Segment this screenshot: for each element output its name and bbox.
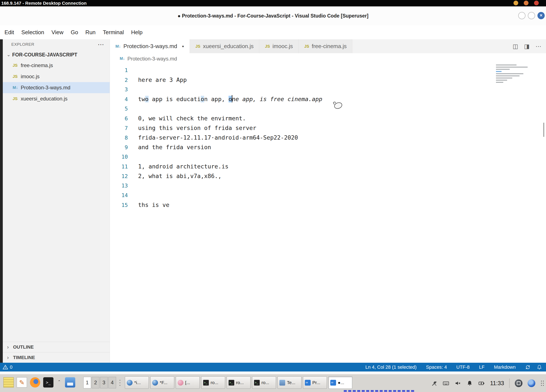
rdp-maximize-button[interactable] [524,1,528,5]
launcher-icons: ✎ >_ ˆ [3,377,75,387]
line-number: 1 [110,65,128,75]
editor-line[interactable]: 2here are 3 App [110,75,546,85]
volume-muted-icon[interactable] [455,380,461,386]
file-xueersi_education.js[interactable]: JSxueersi_education.js [3,93,110,104]
window-button-8[interactable]: ●... [328,376,352,389]
workspace-3[interactable]: 3 [100,377,108,388]
file-Protection-3-ways.md[interactable]: M↓Protection-3-ways.md [3,82,110,93]
scrollbar-thumb[interactable] [543,123,544,137]
line-number: 2 [110,75,128,85]
editor-line[interactable]: 8frida-server-12.11.17·android-arm64-Sep… [110,133,546,142]
window-button-1[interactable]: *F... [150,376,174,389]
window-close-button[interactable]: × [537,12,545,19]
show-desktop-handle[interactable] [540,380,544,386]
window-button-3[interactable]: ro... [201,376,225,389]
panel-handle[interactable] [119,379,121,387]
editor-line[interactable]: 111, android architecture.is [110,161,546,171]
firefox-icon[interactable] [30,377,40,387]
javascript-icon: JS [13,74,21,79]
overflow-text-artifact [344,390,414,392]
editor-line[interactable]: 60, we will check the envirment. [110,114,546,123]
window-button-7[interactable]: Pr... [303,376,327,389]
window-button-6[interactable]: Te... [278,376,301,389]
encoding[interactable]: UTF-8 [456,364,470,370]
tab-free-cinema.js[interactable]: JSfree-cinema.js [299,39,352,53]
window-button-4[interactable]: ro... [227,376,251,389]
editor-group: M↓Protection-3-ways.md●JSxueersi_educati… [110,39,546,363]
javascript-icon: JS [13,96,21,101]
eol-sequence[interactable]: LF [479,364,485,370]
breadcrumb-item[interactable]: Protection-3-ways.md [127,56,177,62]
menu-run[interactable]: Run [82,25,99,39]
editor-line[interactable]: 13 [110,181,546,190]
editor-layout-icon[interactable]: ◨ [524,43,530,50]
line-text: frida-server-12.11.17·android-arm64-Sep2… [138,133,298,142]
activity-bar[interactable] [0,39,3,363]
editor-line[interactable]: 3 [110,85,546,94]
window-button-2[interactable]: [... [176,376,200,389]
explorer-actions-button[interactable]: ⋯ [98,42,104,47]
bell-icon[interactable] [467,380,473,386]
text-editor-icon[interactable]: ✎ [17,377,27,387]
editor-content[interactable]: 12here are 3 App34two app is education a… [110,64,546,363]
rdp-close-button[interactable] [534,1,539,5]
clock[interactable]: 11:33 [490,380,504,387]
indentation[interactable]: Spaces: 4 [426,364,447,370]
tab-imooc.js[interactable]: JSimooc.js [259,39,299,53]
terminal-icon[interactable]: >_ [43,377,53,387]
browser-icon[interactable] [528,379,535,387]
window-button-5[interactable]: ro... [252,376,276,389]
menu-go[interactable]: Go [67,25,82,39]
editor-line[interactable]: 122, what is abi,v7a,x86., [110,171,546,181]
language-mode[interactable]: Markdown [494,364,516,370]
file-imooc.js[interactable]: JSimooc.js [3,71,110,82]
menu-help[interactable]: Help [127,25,146,39]
workspace-4[interactable]: 4 [108,377,116,388]
notes-icon[interactable] [3,377,14,387]
tab-Protection-3-ways.md[interactable]: M↓Protection-3-ways.md● [110,39,190,53]
cursor-position[interactable]: Ln 4, Col 28 (1 selected) [365,364,417,370]
breadcrumb[interactable]: M↓ Protection-3-ways.md [110,53,546,64]
sync-icon[interactable] [525,364,531,370]
battery-charging-icon[interactable] [478,380,485,386]
window-minimize-button[interactable] [518,12,526,19]
rdp-minimize-button[interactable] [514,1,518,5]
menu-edit[interactable]: Edit [1,25,18,39]
menu-view[interactable]: View [48,25,67,39]
window-button-0[interactable]: *i... [125,376,149,389]
menu-selection[interactable]: Selection [18,25,48,39]
window-maximize-button[interactable] [528,12,535,19]
lock-icon[interactable] [515,379,522,387]
editor-line[interactable]: 1 [110,65,546,75]
minimap[interactable] [496,64,539,89]
app-window-icon [178,380,183,386]
panel-timeline[interactable]: ›TIMELINE [3,352,110,363]
split-editor-icon[interactable]: ◫ [513,43,518,50]
menu-terminal[interactable]: Terminal [99,25,127,39]
file-name: free-cinema.js [21,62,53,68]
notifications-bell-icon[interactable] [537,364,542,370]
window-button-label: Pr... [312,380,320,385]
more-actions-icon[interactable]: ⋯ [535,43,541,50]
rdp-title: 168.9.147 - Remote Desktop Connection [0,1,87,6]
problems-indicator[interactable]: 0 [0,364,13,370]
panel-outline[interactable]: ›OUTLINE [3,342,110,352]
editor-line[interactable]: 14 [110,190,546,200]
editor-line[interactable]: 5 [110,104,546,114]
window-list: *i...*F...[...ro...ro...ro...Te...Pr...●… [125,376,352,389]
workspace-2[interactable]: 2 [92,377,99,388]
keyboard-icon[interactable] [442,380,449,386]
file-free-cinema.js[interactable]: JSfree-cinema.js [3,60,110,71]
file-manager-icon[interactable] [65,377,75,387]
editor-line[interactable]: 9and the frida version [110,142,546,152]
editor-line[interactable]: 4two app is education app, one app, is f… [110,94,546,104]
editor-line[interactable]: 15ths is ve [110,200,546,210]
folder-root[interactable]: ⌄ FOR-COURSE-JAVASCRIPT [3,50,110,60]
settings-tools-icon[interactable] [431,380,437,386]
file-name: imooc.js [21,74,39,79]
editor-line[interactable]: 7using this version of frida server [110,123,546,133]
editor-line[interactable]: 10 [110,152,546,161]
tab-xueersi_education.js[interactable]: JSxueersi_education.js [190,39,259,53]
launcher-caret-button[interactable]: ˆ [56,377,62,387]
workspace-1[interactable]: 1 [83,377,91,388]
